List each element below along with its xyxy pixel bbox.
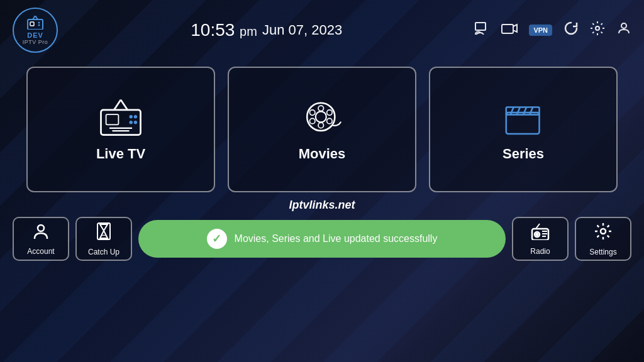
live-tv-icon [98,99,143,137]
site-url: Iptvlinks.net [13,199,631,212]
account-icon [32,222,50,244]
svg-point-48 [601,229,606,234]
svg-point-18 [130,115,133,118]
bottom-bar: Account Catch Up [13,217,631,261]
catchup-icon [95,222,113,245]
svg-line-32 [511,107,514,115]
bottom-right: Radio Settings [512,217,631,261]
header: DEV IPTV Pro 10:53 pm Jun 07, 2023 VPN [0,0,644,60]
menu-grid: Live TV Movies [19,67,625,192]
svg-rect-17 [106,114,119,124]
notification-banner: ✓ Movies, Series and Live updated succes… [138,220,506,258]
svg-point-23 [316,111,326,122]
svg-line-33 [517,107,520,115]
menu-card-movies[interactable]: Movies [228,67,416,192]
svg-point-26 [309,110,315,116]
settings-label: Settings [589,248,616,256]
notif-check-circle: ✓ [207,229,227,249]
refresh-icon[interactable] [564,21,579,40]
svg-point-24 [318,106,324,111]
cast-icon[interactable] [475,22,490,38]
settings-button[interactable]: Settings [575,217,631,261]
radio-label: Radio [530,247,550,256]
camera-icon[interactable] [501,22,518,38]
series-label: Series [502,146,544,162]
catchup-button[interactable]: Catch Up [75,217,132,261]
header-center: 10:53 pm Jun 07, 2023 [58,20,475,40]
movies-icon [301,99,343,137]
menu-card-series[interactable]: Series [429,67,618,192]
svg-point-37 [38,225,44,231]
svg-point-20 [134,115,137,118]
notification-text: Movies, Series and Live updated successf… [235,233,438,246]
time-value: 10:53 [191,20,235,40]
logo-tv-icon [26,16,44,31]
profile-icon[interactable] [616,21,631,40]
svg-point-22 [307,103,335,131]
time-period: pm [240,25,257,38]
svg-line-34 [523,107,526,115]
account-button[interactable]: Account [13,217,69,261]
svg-rect-3 [30,22,34,26]
series-icon [502,99,545,137]
svg-point-19 [130,121,133,124]
svg-rect-6 [475,23,486,30]
menu-card-live-tv[interactable]: Live TV [26,67,215,192]
svg-line-35 [530,107,533,115]
settings-gear-icon [594,222,613,245]
svg-point-21 [134,121,137,124]
logo-subtitle: IPTV Pro [23,39,48,45]
main-content: Live TV Movies [0,60,644,192]
svg-line-15 [114,100,121,110]
svg-point-28 [309,118,315,124]
svg-rect-8 [502,25,513,33]
live-tv-label: Live TV [96,146,145,162]
logo-dev-text: DEV [27,31,43,39]
radio-button[interactable]: Radio [512,217,569,261]
footer: Iptvlinks.net Account [0,192,644,261]
svg-rect-30 [506,112,540,134]
svg-point-43 [536,233,538,235]
svg-point-7 [475,34,477,35]
svg-point-10 [596,26,599,30]
check-icon: ✓ [212,232,221,246]
svg-point-27 [327,110,333,116]
settings-icon[interactable] [590,21,605,40]
svg-point-29 [327,118,333,124]
account-label: Account [27,247,54,256]
svg-point-5 [38,24,40,26]
svg-line-16 [121,100,128,110]
logo[interactable]: DEV IPTV Pro [13,8,58,53]
date-display: Jun 07, 2023 [262,22,342,38]
catchup-label: Catch Up [88,248,119,256]
time-display: 10:53 pm [191,20,257,40]
bottom-left: Account Catch Up [13,217,132,261]
svg-point-4 [38,21,40,23]
svg-point-11 [621,23,626,28]
vpn-badge[interactable]: VPN [529,25,552,36]
header-icons: VPN [475,21,631,40]
radio-icon [531,222,550,244]
svg-point-25 [318,123,324,128]
movies-label: Movies [299,146,346,162]
svg-marker-9 [513,25,517,32]
